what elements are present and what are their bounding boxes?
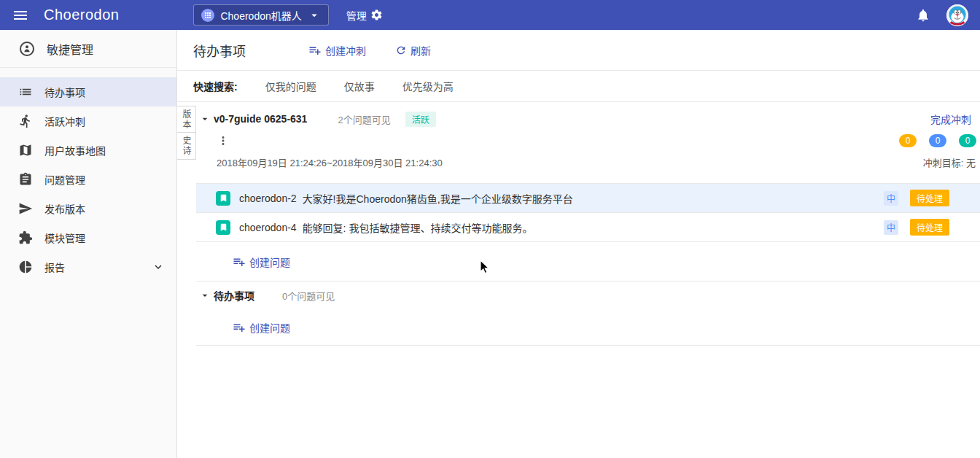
project-avatar-icon bbox=[201, 9, 214, 22]
page-header: 待办事项 创建冲刺 刷新 bbox=[177, 30, 980, 71]
sidebar-item-report[interactable]: 报告 bbox=[0, 252, 176, 282]
sprint-date-range: 2018年09月19日 21:24:26~2018年09月30日 21:24:3… bbox=[217, 155, 443, 169]
sidebar-item-label: 问题管理 bbox=[44, 172, 85, 187]
main-content: 待办事项 创建冲刺 刷新 快速搜索: 仅我的问题 仅故事 优先级为高 版本 史诗 bbox=[177, 30, 980, 458]
priority-badge[interactable]: 中 bbox=[884, 191, 898, 206]
backlog-section: 待办事项 0个问题可见 创建问题 bbox=[196, 282, 980, 346]
issue-row[interactable]: choerodon-2 大家好!我是Choerodon猪齿鱼,我是一个企业级数字… bbox=[196, 184, 980, 213]
manage-menu[interactable]: 管理 bbox=[346, 8, 383, 23]
sidebar-item-module[interactable]: 模块管理 bbox=[0, 223, 176, 252]
count-badge-done: 0 bbox=[959, 134, 976, 147]
status-badge[interactable]: 待处理 bbox=[910, 190, 949, 206]
backlog-board: v0-7guide 0625-631 2个问题可见 活跃 完成冲刺 0 0 0 bbox=[196, 102, 980, 458]
issue-meta: 中 待处理 bbox=[884, 219, 949, 236]
quick-search-label: 快速搜索: bbox=[193, 79, 238, 93]
sprint-date-row: 2018年09月19日 21:24:26~2018年09月30日 21:24:3… bbox=[196, 151, 980, 173]
backlog-content: 版本 史诗 v0-7guide 0625-631 2个问题可见 活跃 完成冲刺 bbox=[177, 102, 980, 458]
avatar[interactable] bbox=[946, 4, 968, 26]
sprint-goal: 冲刺目标: 无 bbox=[923, 155, 976, 169]
issue-summary: 能够回复: 我包括敏捷管理、持续交付等功能服务。 bbox=[303, 220, 533, 235]
sidebar-item-label: 待办事项 bbox=[44, 85, 85, 99]
sprint-toolbar-row: 0 0 0 bbox=[196, 131, 980, 151]
count-badge-todo: 0 bbox=[899, 134, 917, 147]
collapse-triangle-icon[interactable] bbox=[199, 113, 211, 125]
sidebar-item-label: 报告 bbox=[44, 260, 65, 274]
sidebar-item-release[interactable]: 发布版本 bbox=[0, 194, 176, 223]
side-panel-tabs: 版本 史诗 bbox=[177, 102, 196, 458]
sidebar-item-label: 发布版本 bbox=[44, 201, 85, 216]
issue-summary: 大家好!我是Choerodon猪齿鱼,我是一个企业级数字服务平台 bbox=[303, 191, 573, 206]
refresh-label: 刷新 bbox=[411, 43, 431, 58]
project-selector-label: Choerodon机器人 bbox=[220, 8, 301, 23]
backlog-visible-count: 0个问题可见 bbox=[282, 289, 335, 303]
module-icon bbox=[18, 230, 33, 245]
issue-key: choerodon-4 bbox=[239, 222, 297, 233]
story-point-counters: 0 0 0 bbox=[899, 134, 976, 147]
sidebar-title: 敏捷管理 bbox=[47, 40, 93, 58]
sidebar-item-backlog[interactable]: 待办事项 bbox=[0, 77, 176, 106]
filter-only-stories[interactable]: 仅故事 bbox=[344, 79, 375, 93]
sprint-status-badge: 活跃 bbox=[405, 112, 436, 127]
refresh-icon bbox=[395, 44, 407, 56]
create-sprint-button[interactable]: 创建冲刺 bbox=[308, 43, 366, 58]
playlist-add-icon bbox=[308, 44, 322, 57]
filter-only-my-issues[interactable]: 仅我的问题 bbox=[265, 79, 316, 93]
sidebar-item-label: 用户故事地图 bbox=[44, 143, 106, 158]
count-badge-doing: 0 bbox=[929, 134, 946, 147]
sidebar-item-active-sprint[interactable]: 活跃冲刺 bbox=[0, 106, 176, 136]
app-logo: Choerodon bbox=[44, 7, 119, 23]
create-issue-button[interactable]: 创建问题 bbox=[233, 255, 290, 269]
bell-icon[interactable] bbox=[916, 8, 930, 23]
chart-icon bbox=[18, 260, 33, 274]
more-vert-icon[interactable] bbox=[217, 134, 230, 147]
story-icon bbox=[216, 220, 230, 235]
status-badge[interactable]: 待处理 bbox=[910, 219, 949, 236]
send-icon bbox=[18, 201, 33, 216]
menu-icon[interactable] bbox=[9, 4, 32, 27]
sidebar-nav: 待办事项 活跃冲刺 用户故事地图 问题管理 发布版本 模块管理 bbox=[0, 68, 176, 282]
sprint-visible-count: 2个问题可见 bbox=[338, 112, 390, 126]
sidebar-header: 敏捷管理 bbox=[0, 30, 176, 68]
story-icon bbox=[216, 191, 230, 206]
tab-epic[interactable]: 史诗 bbox=[177, 133, 196, 160]
create-issue-row: 创建问题 bbox=[196, 242, 980, 282]
sprint-section: v0-7guide 0625-631 2个问题可见 活跃 完成冲刺 0 0 0 bbox=[196, 107, 980, 282]
create-issue-button[interactable]: 创建问题 bbox=[233, 320, 290, 335]
topbar-right bbox=[916, 4, 968, 26]
sidebar-item-label: 模块管理 bbox=[44, 230, 85, 245]
agile-icon bbox=[18, 40, 36, 58]
priority-badge[interactable]: 中 bbox=[884, 220, 898, 235]
backlog-header-row: 待办事项 0个问题可见 bbox=[196, 282, 980, 309]
top-bar: Choerodon Choerodon机器人 管理 bbox=[0, 0, 980, 30]
sidebar-item-label: 活跃冲刺 bbox=[44, 114, 85, 128]
chevron-down-icon bbox=[152, 260, 165, 273]
list-icon bbox=[18, 85, 33, 99]
create-issue-label: 创建问题 bbox=[249, 255, 290, 269]
project-selector[interactable]: Choerodon机器人 bbox=[193, 4, 328, 26]
sprint-header-row: v0-7guide 0625-631 2个问题可见 活跃 完成冲刺 bbox=[196, 107, 980, 131]
filter-high-priority[interactable]: 优先级为高 bbox=[402, 79, 454, 93]
refresh-button[interactable]: 刷新 bbox=[395, 43, 431, 58]
complete-sprint-button[interactable]: 完成冲刺 bbox=[930, 112, 971, 126]
chevron-down-icon bbox=[308, 9, 321, 22]
playlist-add-icon bbox=[233, 255, 246, 268]
tab-version[interactable]: 版本 bbox=[177, 106, 196, 133]
create-sprint-label: 创建冲刺 bbox=[325, 43, 366, 58]
issue-key: choerodon-2 bbox=[239, 193, 297, 204]
map-icon bbox=[18, 143, 33, 158]
issue-meta: 中 待处理 bbox=[884, 190, 949, 206]
issue-row[interactable]: choerodon-4 能够回复: 我包括敏捷管理、持续交付等功能服务。 中 待… bbox=[196, 213, 980, 242]
create-issue-label: 创建问题 bbox=[249, 320, 290, 335]
collapse-triangle-icon[interactable] bbox=[199, 290, 211, 301]
sprint-name: v0-7guide 0625-631 bbox=[214, 113, 307, 125]
sprint-issue-list: choerodon-2 大家好!我是Choerodon猪齿鱼,我是一个企业级数字… bbox=[196, 183, 980, 242]
create-issue-row: 创建问题 bbox=[196, 309, 980, 346]
sidebar-item-issue-manage[interactable]: 问题管理 bbox=[0, 165, 176, 194]
backlog-name: 待办事项 bbox=[214, 288, 254, 303]
quick-search-bar: 快速搜索: 仅我的问题 仅故事 优先级为高 bbox=[177, 71, 980, 102]
page-title: 待办事项 bbox=[193, 41, 246, 60]
sidebar-item-story-map[interactable]: 用户故事地图 bbox=[0, 136, 176, 165]
gear-icon bbox=[370, 9, 383, 21]
playlist-add-icon bbox=[233, 321, 246, 334]
run-icon bbox=[18, 114, 33, 128]
